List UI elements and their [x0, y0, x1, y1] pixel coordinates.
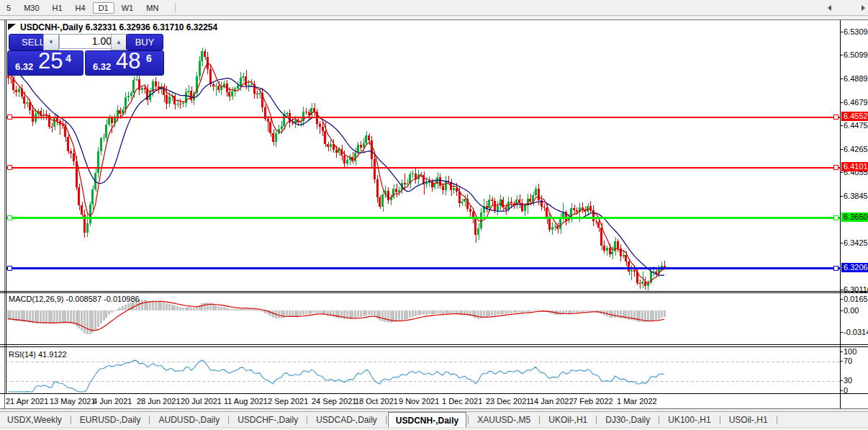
tab-usdx-weekly[interactable]: USDX,Weekly	[0, 412, 69, 428]
tab-separator	[468, 416, 469, 424]
tab-usdcad-daily[interactable]: USDCAD-,Daily	[309, 412, 384, 428]
tab-separator	[386, 416, 386, 424]
y-axis-label: 6.48890	[844, 74, 868, 83]
tab-uk100-h1[interactable]: UK100-,H1	[661, 412, 718, 428]
sell-price-small: 6.32	[15, 61, 33, 72]
macd-axis-label: -0.03142	[844, 328, 868, 336]
timeframe-5[interactable]: 5	[1, 2, 17, 14]
y-axis-label: 6.50990	[844, 50, 868, 59]
symbol-title: USDCNH-,Daily	[20, 22, 83, 32]
tab-separator	[228, 416, 229, 424]
rsi-axis-label: 100	[844, 347, 856, 356]
timeframe-mn[interactable]: MN	[140, 2, 164, 14]
y-axis-label: 6.46790	[844, 98, 868, 107]
macd-axis-label: 0.016586	[844, 295, 868, 303]
x-axis-label: 13 May 2021	[50, 397, 96, 406]
rsi-axis-label: 70	[844, 357, 852, 365]
sell-price-panel[interactable]: 6.32 25 4	[7, 50, 83, 76]
status-strip	[0, 427, 868, 430]
tab-eurusd-daily[interactable]: EURUSD-,Daily	[73, 412, 148, 428]
x-axis-label: 9 Nov 2021	[399, 397, 439, 406]
y-axis-label: 6.30110	[844, 285, 868, 294]
y-axis-label: 6.34250	[844, 238, 868, 247]
ohlc-values: 6.32331 6.32936 6.31710 6.32254	[86, 22, 218, 32]
tab-separator	[539, 416, 540, 424]
x-axis-label: 1 Dec 2021	[442, 397, 482, 406]
x-axis-label: 23 Dec 2021	[486, 397, 530, 406]
tab-usdcnh-daily[interactable]: USDCNH-,Daily	[388, 412, 466, 428]
x-axis-label: 21 Apr 2021	[6, 397, 48, 406]
macd-values: -0.008587 -0.010986	[65, 295, 139, 303]
tabs-scroll-left-icon[interactable]	[828, 5, 831, 11]
x-axis-label: 1 Mar 2022	[617, 397, 657, 406]
tab-separator	[71, 416, 71, 424]
rsi-name: RSI(14)	[9, 350, 36, 359]
rsi-axis-label: 30	[844, 376, 852, 385]
tab-xauusd-m5[interactable]: XAUUSD-,M5	[470, 412, 538, 428]
tab-separator	[307, 416, 307, 424]
price-line-badge[interactable]: 6.32060	[841, 263, 868, 272]
price-line-badge[interactable]: 6.41013	[841, 162, 868, 171]
rsi-axis-label: 0	[844, 386, 848, 395]
chart-title: USDCNH-,Daily 6.32331 6.32936 6.31710 6.…	[20, 22, 217, 32]
y-axis-label: 6.53090	[844, 27, 868, 36]
tab-usoil-h1[interactable]: USOil-,H1	[722, 412, 775, 428]
y-axis-label: 6.44750	[844, 121, 868, 130]
price-line-badge[interactable]: 6.45527	[841, 112, 868, 121]
timeframe-d1[interactable]: D1	[93, 2, 114, 14]
rsi-label: RSI(14) 41.9122	[9, 350, 67, 359]
x-axis-label: 4 Jun 2021	[93, 397, 132, 406]
timeframe-h4[interactable]: H4	[70, 2, 91, 14]
tab-separator	[659, 416, 659, 424]
x-axis-label: 2 Sep 2021	[268, 397, 308, 406]
sell-price-big: 25	[38, 48, 63, 74]
tab-separator	[149, 416, 150, 424]
x-axis-label: 14 Jan 2022	[530, 397, 574, 406]
x-axis-label: 7 Feb 2022	[573, 397, 613, 406]
chart-corner-marker-icon	[8, 24, 16, 30]
chart-tab-bar: USDX,WeeklyEURUSD-,DailyAUDUSD-,DailyUSD…	[0, 411, 868, 428]
x-axis-label: 18 Oct 2021	[355, 397, 398, 406]
buy-price-small: 6.32	[93, 61, 111, 72]
x-axis-label: 24 Sep 2021	[312, 397, 356, 406]
y-axis-label: 6.38450	[844, 192, 868, 200]
tabs-scroll-right-icon[interactable]	[862, 5, 865, 11]
tab-audusd-daily[interactable]: AUDUSD-,Daily	[151, 412, 227, 428]
timeframe-toolbar: 5M30H1H4D1W1MN	[0, 0, 868, 16]
tab-separator	[596, 416, 597, 424]
buy-price-big: 48	[116, 48, 140, 74]
tab-usdchf-daily[interactable]: USDCHF-,Daily	[230, 412, 305, 428]
tab-separator	[777, 416, 777, 424]
triangle-up-icon: ▲	[116, 39, 122, 45]
timeframe-m30[interactable]: M30	[18, 2, 45, 14]
macd-label: MACD(12,26,9) -0.008587 -0.010986	[9, 295, 140, 303]
tab-ukoil-h1[interactable]: UKOil-,H1	[541, 412, 595, 428]
y-axis-label: 6.42650	[844, 145, 868, 153]
chart-window[interactable]	[0, 19, 868, 408]
price-line-badge[interactable]: 6.36500	[841, 212, 868, 222]
tab-dj30-daily[interactable]: DJ30-,Daily	[598, 412, 657, 428]
timeframe-h1[interactable]: H1	[47, 2, 68, 14]
rsi-value: 41.9122	[38, 350, 67, 359]
triangle-down-icon: ▼	[48, 39, 54, 45]
buy-price-panel[interactable]: 6.32 48 6	[85, 50, 164, 76]
x-axis-label: 11 Aug 2021	[224, 397, 268, 406]
macd-axis-label: 0.00	[844, 306, 859, 315]
volume-input[interactable]: 1.00	[59, 34, 117, 49]
buy-price-sup: 6	[146, 53, 152, 64]
macd-name: MACD(12,26,9)	[9, 295, 63, 303]
toolbar-separator	[175, 3, 176, 13]
timeframe-w1[interactable]: W1	[116, 2, 140, 14]
x-axis-label: 28 Jun 2021	[137, 397, 181, 406]
sell-price-sup: 4	[65, 53, 71, 64]
tab-separator	[720, 416, 720, 424]
x-axis-label: 20 Jul 2021	[181, 397, 222, 406]
